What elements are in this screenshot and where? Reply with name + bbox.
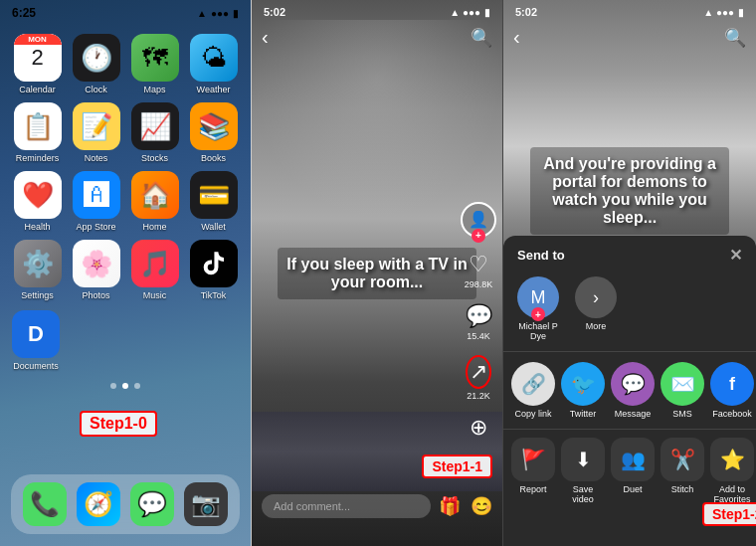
- tiktok-sidebar: 👤 + ♡ 298.8K 💬 15.4K ↗ 21.2K ⊕: [461, 202, 496, 441]
- search-icon-2[interactable]: 🔍: [471, 27, 492, 49]
- share-app-copylink[interactable]: 🔗 Copy link: [511, 362, 555, 419]
- app-label-calendar: Calendar: [19, 85, 56, 94]
- status-bar-3: 5:02 ▲ ●●● ▮: [503, 0, 756, 24]
- back-button-3[interactable]: ‹: [513, 26, 520, 49]
- share-action-stitch-label: Stitch: [671, 484, 694, 494]
- share-divider-2: [503, 429, 756, 430]
- app-icon-calendar[interactable]: MON 2 Calendar: [12, 34, 63, 94]
- app-icon-music[interactable]: 🎵 Music: [129, 240, 180, 300]
- more-label: More: [586, 321, 607, 331]
- dock-phone[interactable]: 📞: [23, 482, 67, 526]
- app-icon-maps[interactable]: 🗺 Maps: [129, 34, 180, 94]
- app-label-documents: Documents: [13, 361, 59, 371]
- app-icon-stocks[interactable]: 📈 Stocks: [129, 102, 180, 163]
- creator-avatar[interactable]: 👤 +: [461, 202, 496, 238]
- share-sheet: Send to ✕ M + Michael P Dye › More: [503, 236, 756, 546]
- dot-3: [134, 383, 140, 389]
- dot-2: [122, 383, 128, 389]
- share-title: Send to: [517, 248, 565, 263]
- share-app-copylink-label: Copy link: [514, 409, 551, 419]
- contacts-row: M + Michael P Dye › More: [503, 271, 756, 347]
- dock: 📞 🧭 💬 📷: [11, 474, 240, 534]
- cal-date: 2: [31, 47, 43, 69]
- share-apps-row: 🔗 Copy link 🐦 Twitter 💬 Message ✉️ SMS f…: [503, 356, 756, 425]
- dot-1: [110, 383, 116, 389]
- comment-button[interactable]: 💬 15.4K: [466, 303, 492, 341]
- app-label-books: Books: [201, 153, 226, 163]
- share-action-save-label: Save video: [561, 484, 605, 504]
- share-app-facebook-label: Facebook: [712, 409, 752, 419]
- time-1: 6:25: [12, 6, 36, 20]
- search-icon-3[interactable]: 🔍: [724, 27, 746, 49]
- follow-plus[interactable]: +: [472, 229, 485, 243]
- share-header: Send to ✕: [503, 236, 756, 271]
- contact-michael[interactable]: M + Michael P Dye: [513, 276, 563, 341]
- app-label-clock: Clock: [85, 85, 107, 94]
- app-icon-tiktok[interactable]: TikTok: [188, 240, 239, 300]
- dock-camera[interactable]: 📷: [184, 482, 228, 526]
- contact-plus: +: [531, 307, 545, 321]
- app-icon-books[interactable]: 📚 Books: [188, 102, 239, 163]
- app-label-weather: Weather: [197, 85, 231, 94]
- like-button[interactable]: ♡ 298.8K: [465, 252, 493, 289]
- app-label-reminders: Reminders: [16, 153, 60, 163]
- more-button[interactable]: ⊕: [470, 415, 487, 441]
- app-icon-weather[interactable]: 🌤 Weather: [188, 34, 239, 94]
- app-icon-settings[interactable]: ⚙️ Settings: [12, 240, 63, 300]
- app-icon-clock[interactable]: 🕐 Clock: [71, 34, 121, 94]
- share-action-stitch[interactable]: ✂️ Stitch: [661, 438, 704, 504]
- share-actions-row: 🚩 Report ⬇ Save video 👥 Duet ✂️ Stitch ⭐…: [503, 434, 756, 508]
- status-icons-3: ▲ ●●● ▮: [703, 7, 744, 18]
- contact-initial: M: [531, 287, 546, 308]
- wifi-icon: ▲: [197, 8, 207, 19]
- step-label-2: Step1-2: [702, 502, 756, 526]
- page-dots: [0, 383, 251, 389]
- app-label-appstore: App Store: [76, 222, 115, 232]
- time-2: 5:02: [264, 6, 285, 18]
- status-icons-1: ▲ ●●● ▮: [197, 8, 239, 19]
- contact-more[interactable]: › More: [571, 276, 621, 341]
- share-close-button[interactable]: ✕: [729, 246, 742, 265]
- app-icon-reminders[interactable]: 📋 Reminders: [12, 102, 63, 163]
- tiktok-nav-3: ‹ 🔍: [503, 22, 756, 53]
- dock-safari[interactable]: 🧭: [77, 482, 120, 526]
- app-label-notes: Notes: [85, 153, 108, 163]
- emoji-icon[interactable]: 😊: [471, 495, 492, 517]
- battery-icon: ▮: [233, 8, 239, 19]
- share-action-favorites[interactable]: ⭐ Add to Favorites: [710, 438, 754, 504]
- step-label-1: Step1-1: [422, 455, 492, 478]
- app-icon-documents[interactable]: D Documents: [12, 310, 60, 371]
- app-icon-wallet[interactable]: 💳 Wallet: [188, 171, 239, 232]
- share-app-sms[interactable]: ✉️ SMS: [661, 362, 704, 419]
- app-icon-health[interactable]: ❤️ Health: [12, 171, 63, 232]
- app-label-maps: Maps: [143, 85, 165, 94]
- video-caption-2: If you sleep with a TV in your room...: [278, 248, 476, 299]
- share-action-savevideo[interactable]: ⬇ Save video: [561, 438, 605, 504]
- comment-input[interactable]: Add comment...: [262, 494, 431, 518]
- status-bar-2: 5:02 ▲ ●●● ▮: [252, 0, 502, 24]
- app-icon-photos[interactable]: 🌸 Photos: [71, 240, 121, 300]
- app-icon-notes[interactable]: 📝 Notes: [71, 102, 121, 163]
- app-label-home: Home: [142, 222, 166, 232]
- panel-home-screen: 6:25 ▲ ●●● ▮ MON 2 Calendar 🕐 Clock: [0, 0, 252, 546]
- app-grid: MON 2 Calendar 🕐 Clock 🗺 Maps 🌤 Weat: [0, 26, 251, 308]
- app-label-photos: Photos: [82, 290, 109, 300]
- share-button[interactable]: ↗ 21.2K: [466, 355, 491, 401]
- share-app-message[interactable]: 💬 Message: [611, 362, 655, 419]
- back-button-2[interactable]: ‹: [262, 26, 269, 49]
- share-app-message-label: Message: [615, 409, 652, 419]
- dock-messages[interactable]: 💬: [130, 482, 174, 526]
- share-action-duet[interactable]: 👥 Duet: [611, 438, 655, 504]
- share-app-twitter[interactable]: 🐦 Twitter: [561, 362, 605, 419]
- panel-tiktok-video: 5:02 ▲ ●●● ▮ ‹ 🔍 If you sleep with a TV …: [252, 0, 503, 546]
- status-icons-2: ▲ ●●● ▮: [450, 7, 490, 18]
- contact-name: Michael P Dye: [513, 321, 563, 341]
- share-app-facebook[interactable]: f Facebook: [710, 362, 754, 419]
- gift-icon[interactable]: 🎁: [439, 495, 461, 517]
- app-icon-appstore[interactable]: 🅰 App Store: [71, 171, 121, 232]
- share-action-report-label: Report: [519, 484, 546, 494]
- like-count: 298.8K: [465, 279, 493, 289]
- share-action-report[interactable]: 🚩 Report: [511, 438, 555, 504]
- app-icon-home[interactable]: 🏠 Home: [129, 171, 180, 232]
- share-action-favorites-label: Add to Favorites: [710, 484, 754, 504]
